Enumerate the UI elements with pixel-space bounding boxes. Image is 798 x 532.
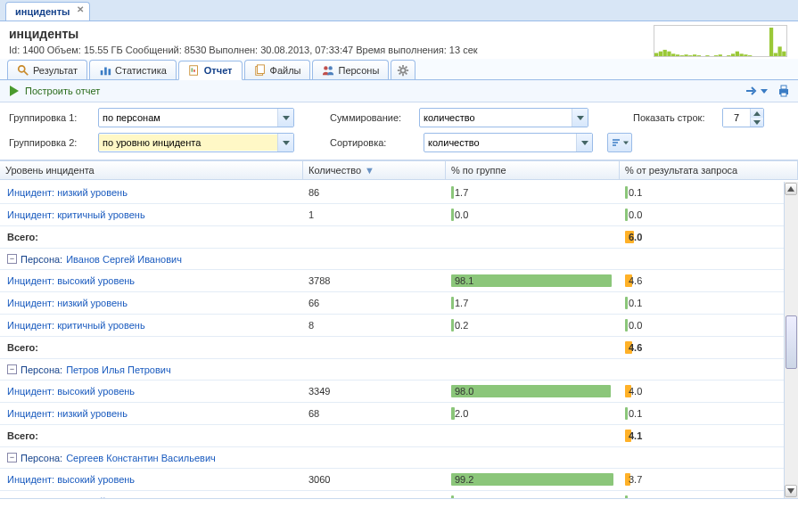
row-presult: 4.6 — [620, 337, 784, 358]
group1-combo[interactable] — [98, 108, 294, 127]
sparkline-chart — [654, 25, 787, 57]
tab-files[interactable]: Файлы — [244, 60, 311, 79]
data-row[interactable]: Инцидент: низкий уровень682.00.1 — [0, 403, 784, 425]
svg-marker-59 — [753, 111, 761, 116]
group2-input[interactable] — [99, 135, 277, 151]
svg-rect-40 — [257, 64, 264, 73]
total-row[interactable]: Всего:4.1 — [0, 425, 784, 447]
svg-point-42 — [329, 66, 333, 70]
row-count: 3788 — [303, 272, 446, 290]
row-pgroup: 99.2 — [446, 469, 620, 490]
row-presult: 0.0 — [620, 204, 784, 225]
group-value: Петров Илья Петрович — [66, 364, 171, 375]
report-grid: Уровень инцидента Количество ▼ % по груп… — [0, 160, 798, 499]
group-header-row[interactable]: − Персона: Сергеев Константин Васильевич — [0, 447, 784, 469]
col-header-presult[interactable]: % от результата запроса — [620, 161, 798, 179]
tab-result[interactable]: Результат — [7, 60, 87, 79]
svg-rect-37 — [191, 68, 193, 71]
sort-combo[interactable] — [424, 133, 593, 152]
build-report-button[interactable]: Построить отчет — [7, 84, 100, 98]
col-header-level[interactable]: Уровень инцидента — [0, 161, 303, 179]
stats-icon — [99, 64, 111, 77]
close-icon[interactable]: ✕ — [75, 5, 86, 16]
svg-marker-62 — [581, 141, 588, 145]
tab-label: Файлы — [270, 65, 301, 76]
svg-rect-8 — [688, 55, 692, 56]
data-row[interactable]: Инцидент: высокий уровень306099.23.7 — [0, 469, 784, 491]
showrows-spinner[interactable] — [722, 108, 764, 127]
chevron-down-icon[interactable] — [576, 134, 592, 151]
row-presult: 4.0 — [620, 381, 784, 402]
data-row[interactable]: Инцидент: низкий уровень661.70.1 — [0, 292, 784, 315]
row-label: Всего: — [0, 427, 303, 445]
row-pgroup — [446, 432, 620, 439]
group-value: Иванов Сергей Иванович — [66, 254, 182, 265]
tab-report[interactable]: Отчет — [178, 61, 243, 80]
svg-rect-56 — [781, 93, 786, 96]
svg-rect-10 — [697, 55, 701, 56]
row-label: Инцидент: критичный уровень — [0, 206, 303, 224]
data-row[interactable]: Инцидент: высокий уровень378898.14.6 — [0, 270, 784, 292]
scroll-down-icon[interactable] — [785, 485, 797, 497]
col-header-pgroup[interactable]: % по группе — [446, 161, 620, 179]
inner-tabs: Результат Статистика Отчет Файлы Персоны — [0, 59, 798, 80]
total-row[interactable]: Всего:6.0 — [0, 226, 784, 249]
data-row[interactable]: Инцидент: критичный уровень190.60.0 — [0, 491, 784, 498]
collapse-icon[interactable]: − — [7, 364, 17, 374]
tab-label: Отчет — [204, 65, 233, 76]
row-pgroup: 1.7 — [446, 182, 620, 203]
sort-input[interactable] — [424, 135, 576, 151]
tab-settings[interactable] — [391, 60, 415, 79]
row-pgroup: 0.0 — [446, 204, 620, 225]
chevron-down-icon — [623, 140, 629, 145]
data-row[interactable]: Инцидент: критичный уровень10.00.0 — [0, 204, 784, 226]
grid-body[interactable]: Инцидент: низкий уровень861.70.1Инцидент… — [0, 182, 784, 498]
svg-rect-34 — [104, 67, 107, 75]
tab-label: Результат — [33, 65, 78, 76]
row-presult: 4.6 — [620, 270, 784, 291]
magnifier-icon — [17, 64, 29, 77]
report-controls: Группировка 1: Суммирование: Показать ст… — [0, 102, 798, 160]
row-pgroup: 0.6 — [446, 491, 620, 498]
tab-persons[interactable]: Персоны — [312, 60, 389, 79]
total-row[interactable]: Всего:4.6 — [0, 337, 784, 359]
print-button[interactable] — [777, 84, 791, 98]
group2-combo[interactable] — [98, 133, 294, 152]
chevron-down-icon[interactable] — [572, 109, 588, 127]
showrows-input[interactable] — [723, 109, 750, 127]
tab-stats[interactable]: Статистика — [89, 60, 177, 79]
data-row[interactable]: Инцидент: критичный уровень80.20.0 — [0, 315, 784, 337]
collapse-icon[interactable]: − — [7, 453, 17, 462]
sum-input[interactable] — [420, 110, 572, 126]
sum-combo[interactable] — [419, 108, 588, 127]
data-row[interactable]: Инцидент: низкий уровень861.70.1 — [0, 182, 784, 204]
group-field-label: Персона: — [21, 364, 62, 375]
spin-down-icon[interactable] — [751, 118, 763, 127]
row-presult: 0.1 — [620, 292, 784, 314]
svg-rect-3 — [667, 52, 670, 56]
col-header-count[interactable]: Количество ▼ — [303, 161, 446, 179]
row-label: Инцидент: высокий уровень — [0, 382, 303, 400]
svg-rect-27 — [769, 28, 773, 56]
group-header-row[interactable]: − Персона: Иванов Сергей Иванович — [0, 249, 784, 270]
svg-rect-55 — [781, 86, 786, 89]
vertical-scrollbar[interactable] — [784, 182, 798, 498]
group1-input[interactable] — [99, 110, 277, 126]
group-header-row[interactable]: − Персона: Петров Илья Петрович — [0, 359, 784, 381]
gear-icon — [397, 64, 409, 77]
svg-marker-57 — [283, 116, 290, 120]
data-row[interactable]: Инцидент: высокий уровень334998.04.0 — [0, 381, 784, 403]
row-count: 3060 — [303, 471, 446, 488]
svg-rect-17 — [727, 55, 730, 56]
sum-label: Суммирование: — [330, 112, 410, 123]
scroll-up-icon[interactable] — [785, 183, 797, 195]
export-dropdown[interactable] — [745, 84, 768, 98]
collapse-icon[interactable]: − — [7, 254, 17, 264]
chevron-down-icon[interactable] — [277, 109, 293, 127]
sort-direction-button[interactable] — [607, 133, 632, 152]
spin-up-icon[interactable] — [751, 109, 763, 118]
chevron-down-icon[interactable] — [277, 134, 293, 151]
scrollbar-thumb[interactable] — [786, 315, 797, 369]
window-tab-incidents[interactable]: инциденты ✕ — [5, 2, 90, 20]
report-icon — [188, 64, 201, 77]
